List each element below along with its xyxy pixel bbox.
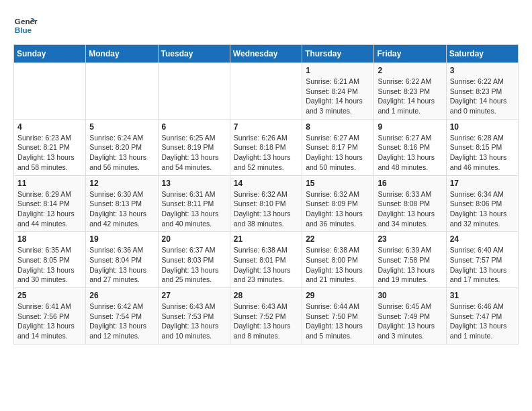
day-cell: 2Sunrise: 6:22 AM Sunset: 8:23 PM Daylig… [374,63,446,120]
day-info: Sunrise: 6:25 AM Sunset: 8:19 PM Dayligh… [162,133,226,173]
day-number: 25 [17,291,82,300]
day-cell: 4Sunrise: 6:23 AM Sunset: 8:21 PM Daylig… [14,119,86,175]
day-info: Sunrise: 6:31 AM Sunset: 8:11 PM Dayligh… [162,189,226,229]
col-header-wednesday: Wednesday [230,45,302,63]
day-info: Sunrise: 6:27 AM Sunset: 8:17 PM Dayligh… [306,133,370,173]
day-number: 29 [306,291,370,300]
day-info: Sunrise: 6:23 AM Sunset: 8:21 PM Dayligh… [17,133,82,173]
day-cell: 31Sunrise: 6:46 AM Sunset: 7:47 PM Dayli… [446,288,518,345]
day-number: 27 [162,291,226,300]
header: General Blue [13,13,519,38]
day-cell: 28Sunrise: 6:43 AM Sunset: 7:52 PM Dayli… [230,288,302,345]
logo: General Blue [13,13,38,38]
day-number: 31 [450,291,515,300]
day-info: Sunrise: 6:39 AM Sunset: 7:58 PM Dayligh… [378,245,442,285]
day-cell: 12Sunrise: 6:30 AM Sunset: 8:13 PM Dayli… [86,175,158,232]
day-cell: 29Sunrise: 6:44 AM Sunset: 7:50 PM Dayli… [302,288,374,345]
day-cell [230,63,302,120]
day-cell: 25Sunrise: 6:41 AM Sunset: 7:56 PM Dayli… [14,288,86,345]
day-cell: 10Sunrise: 6:28 AM Sunset: 8:15 PM Dayli… [446,119,518,175]
day-info: Sunrise: 6:44 AM Sunset: 7:50 PM Dayligh… [306,302,370,341]
day-cell: 13Sunrise: 6:31 AM Sunset: 8:11 PM Dayli… [158,175,230,232]
day-number: 20 [162,234,226,244]
day-cell: 5Sunrise: 6:24 AM Sunset: 8:20 PM Daylig… [86,119,158,175]
day-cell: 21Sunrise: 6:38 AM Sunset: 8:01 PM Dayli… [230,232,302,288]
day-number: 30 [378,291,442,300]
day-number: 19 [89,234,154,244]
logo-icon: General Blue [13,13,38,38]
day-info: Sunrise: 6:36 AM Sunset: 8:04 PM Dayligh… [89,245,154,285]
header-row: SundayMondayTuesdayWednesdayThursdayFrid… [14,45,519,63]
day-number: 9 [378,122,442,132]
day-number: 7 [234,122,298,132]
day-cell: 18Sunrise: 6:35 AM Sunset: 8:05 PM Dayli… [14,232,86,288]
day-number: 23 [378,234,442,244]
day-cell: 7Sunrise: 6:26 AM Sunset: 8:18 PM Daylig… [230,119,302,175]
day-cell: 22Sunrise: 6:38 AM Sunset: 8:00 PM Dayli… [302,232,374,288]
day-info: Sunrise: 6:22 AM Sunset: 8:23 PM Dayligh… [378,77,442,116]
day-number: 10 [450,122,515,132]
day-number: 16 [378,179,442,188]
day-info: Sunrise: 6:21 AM Sunset: 8:24 PM Dayligh… [306,77,370,116]
day-cell: 17Sunrise: 6:34 AM Sunset: 8:06 PM Dayli… [446,175,518,232]
day-info: Sunrise: 6:37 AM Sunset: 8:03 PM Dayligh… [162,245,226,285]
day-info: Sunrise: 6:46 AM Sunset: 7:47 PM Dayligh… [450,302,515,341]
day-cell: 11Sunrise: 6:29 AM Sunset: 8:14 PM Dayli… [14,175,86,232]
week-row-1: 1Sunrise: 6:21 AM Sunset: 8:24 PM Daylig… [14,63,519,120]
day-info: Sunrise: 6:40 AM Sunset: 7:57 PM Dayligh… [450,245,515,285]
day-number: 21 [234,234,298,244]
day-cell: 27Sunrise: 6:43 AM Sunset: 7:53 PM Dayli… [158,288,230,345]
col-header-tuesday: Tuesday [158,45,230,63]
day-number: 14 [234,179,298,188]
day-number: 4 [17,122,82,132]
day-info: Sunrise: 6:32 AM Sunset: 8:10 PM Dayligh… [234,189,298,229]
day-number: 3 [450,66,515,75]
day-cell: 1Sunrise: 6:21 AM Sunset: 8:24 PM Daylig… [302,63,374,120]
day-info: Sunrise: 6:33 AM Sunset: 8:08 PM Dayligh… [378,189,442,229]
col-header-monday: Monday [86,45,158,63]
day-number: 6 [162,122,226,132]
day-number: 26 [89,291,154,300]
day-cell: 8Sunrise: 6:27 AM Sunset: 8:17 PM Daylig… [302,119,374,175]
day-number: 15 [306,179,370,188]
day-number: 17 [450,179,515,188]
day-cell: 9Sunrise: 6:27 AM Sunset: 8:16 PM Daylig… [374,119,446,175]
day-info: Sunrise: 6:29 AM Sunset: 8:14 PM Dayligh… [17,189,82,229]
day-number: 22 [306,234,370,244]
svg-text:Blue: Blue [15,26,32,34]
day-cell: 16Sunrise: 6:33 AM Sunset: 8:08 PM Dayli… [374,175,446,232]
day-info: Sunrise: 6:45 AM Sunset: 7:49 PM Dayligh… [378,302,442,341]
day-info: Sunrise: 6:43 AM Sunset: 7:53 PM Dayligh… [162,302,226,341]
day-cell: 3Sunrise: 6:22 AM Sunset: 8:23 PM Daylig… [446,63,518,120]
day-info: Sunrise: 6:24 AM Sunset: 8:20 PM Dayligh… [89,133,154,173]
day-cell: 26Sunrise: 6:42 AM Sunset: 7:54 PM Dayli… [86,288,158,345]
day-cell: 30Sunrise: 6:45 AM Sunset: 7:49 PM Dayli… [374,288,446,345]
day-info: Sunrise: 6:27 AM Sunset: 8:16 PM Dayligh… [378,133,442,173]
week-row-4: 18Sunrise: 6:35 AM Sunset: 8:05 PM Dayli… [14,232,519,288]
col-header-sunday: Sunday [14,45,86,63]
svg-text:General: General [15,17,38,26]
week-row-2: 4Sunrise: 6:23 AM Sunset: 8:21 PM Daylig… [14,119,519,175]
day-cell: 6Sunrise: 6:25 AM Sunset: 8:19 PM Daylig… [158,119,230,175]
day-info: Sunrise: 6:30 AM Sunset: 8:13 PM Dayligh… [89,189,154,229]
day-info: Sunrise: 6:32 AM Sunset: 8:09 PM Dayligh… [306,189,370,229]
day-info: Sunrise: 6:43 AM Sunset: 7:52 PM Dayligh… [234,302,298,341]
day-number: 1 [306,66,370,75]
week-row-3: 11Sunrise: 6:29 AM Sunset: 8:14 PM Dayli… [14,175,519,232]
day-cell [86,63,158,120]
col-header-saturday: Saturday [446,45,518,63]
day-cell: 24Sunrise: 6:40 AM Sunset: 7:57 PM Dayli… [446,232,518,288]
day-info: Sunrise: 6:42 AM Sunset: 7:54 PM Dayligh… [89,302,154,341]
day-cell: 14Sunrise: 6:32 AM Sunset: 8:10 PM Dayli… [230,175,302,232]
day-number: 18 [17,234,82,244]
calendar-table: SundayMondayTuesdayWednesdayThursdayFrid… [13,44,519,345]
day-cell: 19Sunrise: 6:36 AM Sunset: 8:04 PM Dayli… [86,232,158,288]
day-info: Sunrise: 6:35 AM Sunset: 8:05 PM Dayligh… [17,245,82,285]
col-header-thursday: Thursday [302,45,374,63]
day-info: Sunrise: 6:38 AM Sunset: 8:01 PM Dayligh… [234,245,298,285]
day-number: 2 [378,66,442,75]
day-number: 5 [89,122,154,132]
week-row-5: 25Sunrise: 6:41 AM Sunset: 7:56 PM Dayli… [14,288,519,345]
day-info: Sunrise: 6:38 AM Sunset: 8:00 PM Dayligh… [306,245,370,285]
day-cell [14,63,86,120]
